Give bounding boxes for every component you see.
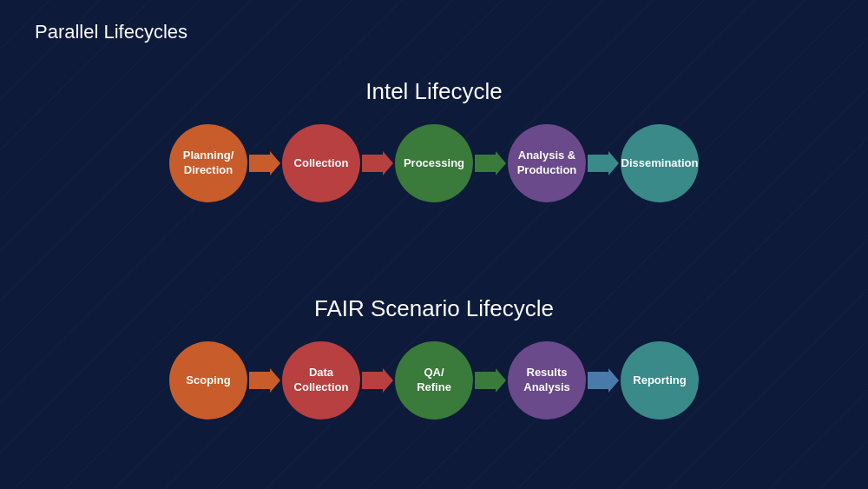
- fair-lifecycle-title: FAIR Scenario Lifecycle: [0, 295, 868, 322]
- fair-lifecycle-section: FAIR Scenario Lifecycle Scoping DataColl…: [0, 295, 868, 420]
- svg-marker-3: [588, 151, 619, 175]
- arrow-2: [360, 151, 395, 175]
- arrow-fair-1: [247, 368, 282, 393]
- intel-step-planning: Planning/Direction: [169, 124, 247, 202]
- arrow-3: [473, 151, 508, 175]
- fair-step-qa-refine: QA/Refine: [395, 341, 473, 420]
- fair-step-results-analysis: ResultsAnalysis: [508, 341, 586, 420]
- svg-marker-7: [588, 368, 619, 393]
- intel-step-analysis: Analysis &Production: [508, 124, 586, 202]
- intel-lifecycle-title: Intel Lifecycle: [0, 78, 868, 105]
- intel-lifecycle-section: Intel Lifecycle Planning/Direction Colle…: [0, 78, 868, 202]
- svg-marker-2: [475, 151, 506, 175]
- arrow-fair-3: [473, 368, 508, 393]
- arrow-1: [247, 151, 282, 175]
- intel-lifecycle-row: Planning/Direction Collection Processing…: [0, 124, 868, 202]
- fair-lifecycle-row: Scoping DataCollection QA/Refine Results…: [0, 341, 868, 420]
- intel-step-collection: Collection: [282, 124, 360, 202]
- fair-step-scoping: Scoping: [169, 341, 247, 420]
- arrow-4: [586, 151, 621, 175]
- fair-step-reporting: Reporting: [621, 341, 699, 420]
- intel-step-processing: Processing: [395, 124, 473, 202]
- svg-marker-0: [249, 151, 280, 175]
- svg-marker-4: [249, 368, 280, 393]
- svg-marker-1: [362, 151, 393, 175]
- intel-step-dissemination: Dissemination: [621, 124, 699, 202]
- page-title: Parallel Lifecycles: [35, 21, 187, 43]
- arrow-fair-4: [586, 368, 621, 393]
- arrow-fair-2: [360, 368, 395, 393]
- fair-step-data-collection: DataCollection: [282, 341, 360, 420]
- svg-marker-5: [362, 368, 393, 393]
- svg-marker-6: [475, 368, 506, 393]
